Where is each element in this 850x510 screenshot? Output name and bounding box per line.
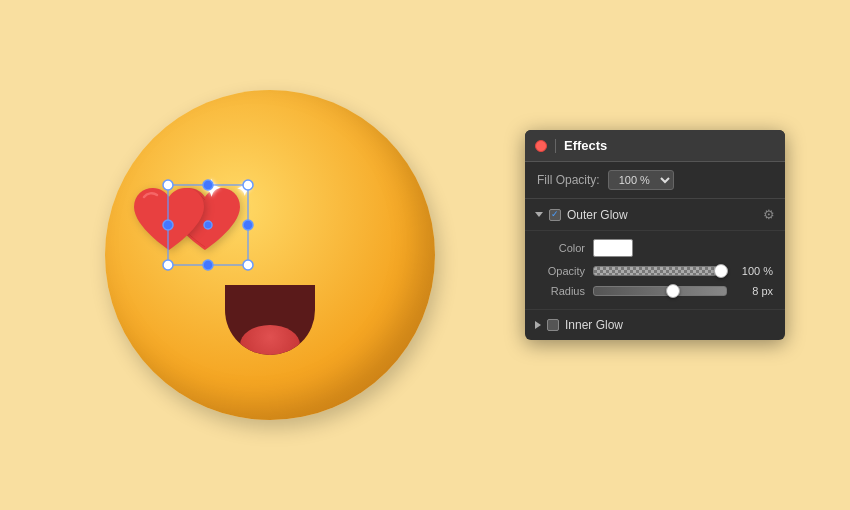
inner-glow-section-row: Inner Glow <box>525 310 785 340</box>
tongue <box>240 325 300 355</box>
svg-point-1 <box>163 180 173 190</box>
outer-glow-gear-icon[interactable]: ⚙ <box>763 207 775 222</box>
svg-point-3 <box>163 260 173 270</box>
emoji-container: ✦ ✦ <box>60 30 480 480</box>
outer-glow-section-row: ✓ Outer Glow ⚙ <box>525 199 785 231</box>
opacity-thumb[interactable] <box>714 264 728 278</box>
opacity-label: Opacity <box>537 265 585 277</box>
opacity-slider-container <box>593 266 727 276</box>
inner-glow-collapse-btn[interactable] <box>535 321 541 329</box>
fill-opacity-select[interactable]: 100 % <box>608 170 674 190</box>
radius-value: 8 px <box>735 285 773 297</box>
outer-glow-content: Color Opacity 100 % Radius 8 px <box>525 231 785 310</box>
radius-label: Radius <box>537 285 585 297</box>
svg-point-4 <box>243 260 253 270</box>
svg-point-7 <box>163 220 173 230</box>
radius-row: Radius 8 px <box>537 285 773 297</box>
svg-point-8 <box>243 220 253 230</box>
outer-glow-checkbox[interactable]: ✓ <box>549 209 561 221</box>
opacity-row: Opacity 100 % <box>537 265 773 277</box>
inner-glow-checkbox[interactable] <box>547 319 559 331</box>
panel-title: Effects <box>564 138 607 153</box>
color-swatch[interactable] <box>593 239 633 257</box>
radius-slider-container <box>593 286 727 296</box>
color-label: Color <box>537 242 585 254</box>
close-button[interactable] <box>535 140 547 152</box>
fill-opacity-row: Fill Opacity: 100 % <box>525 162 785 199</box>
svg-point-6 <box>203 260 213 270</box>
inner-glow-label: Inner Glow <box>565 318 775 332</box>
radius-track[interactable] <box>593 286 727 296</box>
opacity-value: 100 % <box>735 265 773 277</box>
svg-point-2 <box>243 180 253 190</box>
svg-point-5 <box>203 180 213 190</box>
radius-thumb[interactable] <box>666 284 680 298</box>
fill-opacity-label: Fill Opacity: <box>537 173 600 187</box>
color-row: Color <box>537 239 773 257</box>
emoji-face: ✦ ✦ <box>105 90 435 420</box>
outer-glow-label: Outer Glow <box>567 208 757 222</box>
check-icon: ✓ <box>551 210 559 219</box>
outer-glow-collapse-btn[interactable] <box>535 212 543 217</box>
selection-overlay <box>153 170 263 280</box>
effects-panel: Effects Fill Opacity: 100 % ✓ Outer Glow… <box>525 130 785 340</box>
panel-header: Effects <box>525 130 785 162</box>
header-divider <box>555 139 556 153</box>
svg-point-9 <box>204 221 212 229</box>
opacity-track[interactable] <box>593 266 727 276</box>
